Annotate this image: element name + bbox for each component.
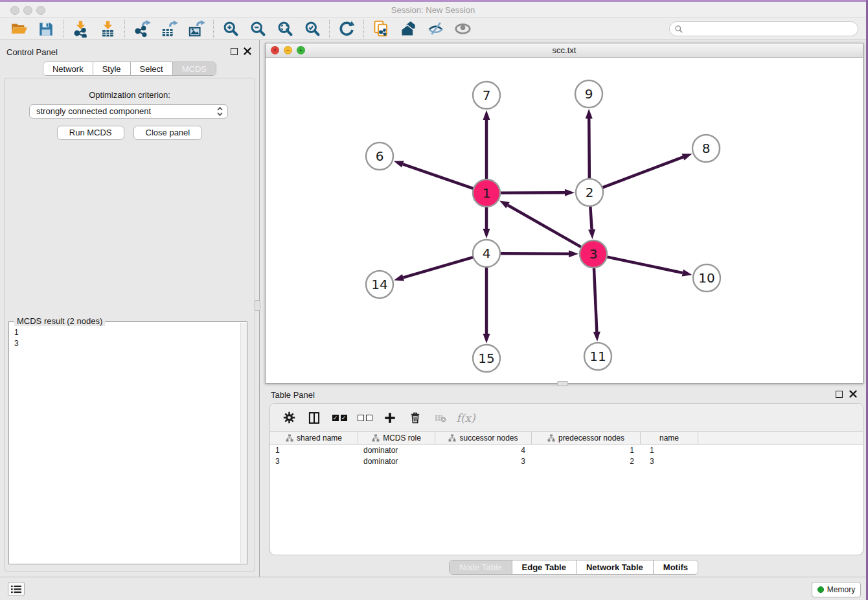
cell-filler xyxy=(698,456,863,467)
criterion-dropdown[interactable]: strongly connected component xyxy=(29,104,228,119)
column-header-successor-nodes[interactable]: successor nodes xyxy=(435,432,532,444)
hide-selected-button[interactable] xyxy=(422,19,449,39)
cell-mcds-role[interactable]: dominator xyxy=(358,444,435,456)
select-all-button[interactable]: ✓✓ xyxy=(330,408,349,428)
graph-arrowhead xyxy=(499,200,510,208)
hierarchy-icon xyxy=(547,434,555,442)
show-columns-button[interactable] xyxy=(304,408,324,428)
graph-edge-3-10[interactable] xyxy=(607,257,683,273)
cell-predecessor-nodes[interactable]: 2 xyxy=(532,456,641,467)
network-canvas[interactable]: 7968124314101511 xyxy=(266,58,863,383)
column-header-name[interactable]: name xyxy=(641,432,698,444)
column-header-mcds-role[interactable]: MCDS role xyxy=(358,432,435,444)
export-network-button[interactable] xyxy=(128,19,155,39)
cell-mcds-role[interactable]: dominator xyxy=(358,456,435,467)
import-network-button[interactable] xyxy=(67,19,94,39)
cell-successor-nodes[interactable]: 3 xyxy=(435,456,532,467)
cell-shared-name[interactable]: 1 xyxy=(270,444,358,456)
delete-table-icon xyxy=(434,411,447,424)
cell-name[interactable]: 3 xyxy=(641,456,698,467)
add-column-button[interactable] xyxy=(380,408,400,428)
float-panel-icon[interactable] xyxy=(231,48,238,55)
network-splitter-grip[interactable] xyxy=(557,381,568,386)
toolbar-separator xyxy=(213,20,214,38)
export-image-icon xyxy=(188,20,205,38)
tab-network-table[interactable]: Network Table xyxy=(577,560,654,574)
tab-mcds[interactable]: MCDS xyxy=(173,62,216,75)
task-history-button[interactable] xyxy=(8,582,25,596)
graph-edge-2-3[interactable] xyxy=(590,206,591,229)
mcds-result-text[interactable]: 1 3 xyxy=(9,324,240,564)
graph-node-label: 11 xyxy=(589,349,606,364)
deselect-all-button[interactable] xyxy=(355,408,374,428)
delete-table-button[interactable] xyxy=(431,408,450,428)
result-scrollbar[interactable] xyxy=(240,323,247,563)
copy-network-icon xyxy=(372,20,390,38)
import-table-button[interactable] xyxy=(94,19,121,39)
close-panel-button[interactable]: Close panel xyxy=(133,126,203,140)
close-panel-icon[interactable] xyxy=(244,47,251,55)
table-row[interactable]: 3 dominator 3 2 3 xyxy=(270,456,863,467)
open-session-button[interactable] xyxy=(5,19,32,39)
graph-edge-4-3[interactable] xyxy=(500,253,569,254)
graph-edge-4-14[interactable] xyxy=(403,257,473,278)
cell-predecessor-nodes[interactable]: 1 xyxy=(532,444,641,456)
delete-column-button[interactable] xyxy=(405,408,425,428)
graph-edge-2-9[interactable] xyxy=(589,119,589,179)
graph-edge-1-2[interactable] xyxy=(500,192,565,193)
eye-icon xyxy=(454,20,472,38)
import-network-icon xyxy=(72,20,89,38)
zoom-fit-button[interactable] xyxy=(271,19,299,39)
network-window: × − + scc.txt 7968124314101511 xyxy=(265,43,863,384)
export-table-button[interactable] xyxy=(155,19,183,39)
column-header-predecessor-nodes[interactable]: predecessor nodes xyxy=(532,432,641,444)
table-close-icon[interactable] xyxy=(849,390,857,398)
table-row[interactable]: 1 dominator 4 1 1 xyxy=(270,444,863,456)
home-button[interactable] xyxy=(394,19,422,39)
graph-edge-1-6[interactable] xyxy=(403,164,474,189)
tab-style[interactable]: Style xyxy=(93,62,131,75)
zoom-selected-button[interactable] xyxy=(299,19,326,39)
tab-edge-table[interactable]: Edge Table xyxy=(512,560,577,574)
save-icon xyxy=(38,21,54,38)
network-window-titlebar[interactable]: × − + scc.txt xyxy=(266,43,863,58)
export-network-icon xyxy=(133,20,151,38)
table-settings-button[interactable] xyxy=(279,408,299,428)
graph-edge-3-1[interactable] xyxy=(508,205,582,248)
memory-button[interactable]: Memory xyxy=(812,582,861,597)
save-session-button[interactable] xyxy=(32,19,60,39)
dropdown-stepper-icon xyxy=(217,107,223,116)
tab-network[interactable]: Network xyxy=(43,62,93,75)
tab-node-table[interactable]: Node Table xyxy=(450,560,512,574)
show-all-button[interactable] xyxy=(449,19,476,39)
memory-label: Memory xyxy=(827,585,855,594)
export-image-button[interactable] xyxy=(183,19,210,39)
cell-successor-nodes[interactable]: 4 xyxy=(435,444,532,456)
tab-select[interactable]: Select xyxy=(131,62,173,75)
clone-network-button[interactable] xyxy=(367,19,394,39)
apply-function-button[interactable]: f(x) xyxy=(456,408,475,428)
tab-motifs[interactable]: Motifs xyxy=(654,560,698,574)
network-graph[interactable]: 7968124314101511 xyxy=(266,58,863,383)
zoom-in-icon xyxy=(222,20,240,38)
column-header-shared-name[interactable]: shared name xyxy=(270,432,358,444)
search-field[interactable] xyxy=(669,21,858,36)
graph-node-label: 8 xyxy=(702,141,711,156)
graph-edge-2-8[interactable] xyxy=(602,157,683,187)
add-icon xyxy=(383,411,397,425)
control-panel-tabgroup: Network Style Select MCDS xyxy=(43,62,216,76)
zoom-out-button[interactable] xyxy=(244,19,271,39)
panel-splitter-grip[interactable] xyxy=(255,300,260,311)
search-input[interactable] xyxy=(683,25,858,34)
graph-node-label: 14 xyxy=(371,277,387,292)
table-float-icon[interactable] xyxy=(836,391,843,398)
mcds-panel: Optimization criterion: strongly connect… xyxy=(4,78,255,571)
apply-layout-button[interactable] xyxy=(333,19,360,39)
cell-shared-name[interactable]: 3 xyxy=(270,456,358,467)
zoom-in-button[interactable] xyxy=(217,19,244,39)
cell-name[interactable]: 1 xyxy=(641,444,698,456)
graph-edge-3-11[interactable] xyxy=(594,268,597,332)
mcds-result-box: MCDS result (2 nodes) 1 3 xyxy=(8,321,247,564)
node-table-container: ✓✓ xyxy=(269,403,863,555)
run-mcds-button[interactable]: Run MCDS xyxy=(57,126,124,140)
